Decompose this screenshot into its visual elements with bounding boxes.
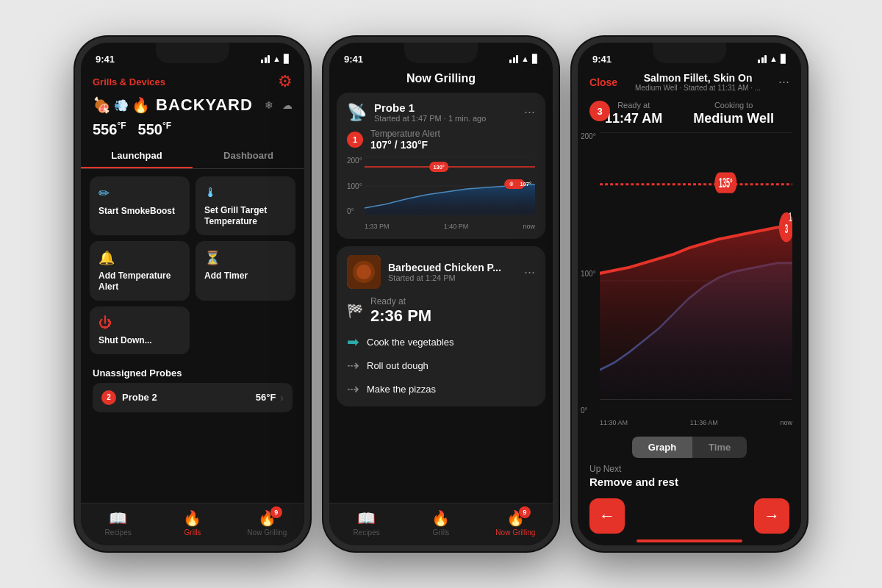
step-3-icon: ⇢	[347, 380, 359, 398]
recipe-name: Barbecued Chicken P...	[388, 262, 501, 273]
p3-header: Close Salmon Fillet, Skin On Medium Well…	[578, 69, 801, 96]
wifi-icon: ▲	[273, 54, 281, 63]
p2-content: 📡 Probe 1 Started at 1:47 PM · 1 min. ag…	[329, 93, 553, 503]
probe-1-info: Probe 1 Started at 1:47 PM · 1 min. ago	[374, 101, 486, 123]
unassigned-probes-section: Unassigned Probes 2 Probe 2 56°F ›	[81, 362, 304, 415]
add-temp-alert-button[interactable]: 🔔 Add Temperature Alert	[90, 241, 190, 301]
probe-temp-chart: 200° 100° 0°	[347, 157, 535, 230]
svg-text:130°: 130°	[433, 164, 444, 171]
set-grill-temp-button[interactable]: 🌡 Set Grill Target Temperature	[196, 176, 295, 235]
graph-toggle-button[interactable]: Graph	[632, 437, 692, 458]
device-icons: 🍖 💨 🔥	[93, 96, 150, 114]
tab-launchpad[interactable]: Launchpad	[81, 144, 193, 168]
probe-1-started: Started at 1:47 PM · 1 min. ago	[374, 114, 486, 123]
thermometer-icon: 🌡	[204, 185, 287, 201]
probe-more-button[interactable]: ···	[524, 104, 535, 120]
svg-text:3: 3	[785, 222, 788, 236]
battery-icon-3: ▊	[781, 54, 786, 64]
probe-1-card: 📡 Probe 1 Started at 1:47 PM · 1 min. ag…	[337, 93, 545, 239]
p3-ready-block: Ready at 11:47 AM	[605, 101, 662, 126]
big-chart-y-labels: 200° 100° 0°	[581, 132, 596, 415]
phone-2: 9:41 ▲ ▊ Now Grilling 📡	[323, 37, 559, 551]
phone-1-screen: 9:41 ▲ ▊ Grills & Devices ⚙ 🍖 💨 🔥	[81, 43, 304, 545]
next-nav-button[interactable]: →	[754, 498, 789, 534]
nowgrilling-badge-wrap-1: 🔥 9	[258, 509, 276, 527]
cooking-to-val: Medium Well	[693, 111, 774, 126]
status-bar-3: 9:41 ▲ ▊	[578, 43, 801, 69]
time-1: 9:41	[96, 54, 115, 65]
settings-gear-icon[interactable]: ⚙	[278, 72, 293, 91]
bottom-tab-recipes-1[interactable]: 📖 Recipes	[81, 509, 155, 537]
power-icon: ⏻	[98, 315, 181, 331]
signal-icon-2	[509, 55, 518, 63]
tabs-row: Launchpad Dashboard	[81, 144, 304, 169]
step-3: ⇢ Make the pizzas	[347, 380, 535, 398]
phone-2-screen: 9:41 ▲ ▊ Now Grilling 📡	[329, 43, 553, 545]
close-button[interactable]: Close	[589, 76, 617, 88]
alert-bell-icon: 🔔	[98, 250, 181, 266]
prev-nav-button[interactable]: ←	[589, 498, 625, 534]
grill-temp-2: 550°F	[138, 121, 172, 138]
signal-icon	[261, 55, 270, 63]
step-1: ➡ Cook the vegetables	[347, 333, 535, 351]
alert-badge: 1	[347, 132, 363, 148]
big-chart-x-labels: 11:30 AM 11:36 AM now	[600, 419, 792, 426]
grills-label-1: Grills	[184, 528, 201, 537]
nowgrilling-badge-2: 9	[519, 506, 531, 518]
home-indicator-3	[637, 539, 742, 542]
svg-text:135°: 135°	[719, 175, 733, 190]
svg-point-12	[356, 265, 371, 279]
step-2-text: Roll out dough	[367, 360, 429, 371]
launchpad-grid: ✏ Start SmokeBoost 🌡 Set Grill Target Te…	[81, 169, 304, 362]
probe-1-header: 📡 Probe 1 Started at 1:47 PM · 1 min. ag…	[347, 101, 535, 123]
p3-cook-block: Cooking to Medium Well	[693, 101, 774, 126]
svg-marker-17	[600, 227, 792, 399]
bottom-bar-2: 📖 Recipes 🔥 Grills 🔥 9 Now Grilling	[329, 503, 553, 545]
up-next-label: Up Next	[589, 464, 789, 474]
chart-area: 130° ① 107°	[365, 157, 535, 215]
add-timer-button[interactable]: ⏳ Add Timer	[196, 241, 295, 301]
bottom-tab-grills-2[interactable]: 🔥 Grills	[404, 509, 478, 537]
step-2-icon: ⇢	[347, 356, 359, 374]
chart-x-labels: 1:33 PM 1:40 PM now	[365, 223, 535, 230]
flag-icon: 🏁	[347, 303, 363, 319]
p3-ready-row: 3 Ready at 11:47 AM Cooking to Medium We…	[578, 96, 801, 132]
battery-icon: ▊	[284, 54, 290, 64]
grill-small-icon: 🍖	[93, 96, 111, 114]
grill-name: BACKYARD	[156, 96, 253, 115]
grills-devices-label: Grills & Devices	[93, 76, 165, 87]
ready-label: Ready at	[370, 296, 431, 306]
svg-marker-3	[365, 184, 535, 215]
recipe-image	[347, 255, 381, 289]
phone-1: 9:41 ▲ ▊ Grills & Devices ⚙ 🍖 💨 🔥	[75, 37, 310, 551]
shutdown-button[interactable]: ⏻ Shut Down...	[90, 306, 190, 354]
prev-arrow-icon: ←	[599, 506, 615, 526]
recipe-more-button[interactable]: ···	[524, 265, 535, 280]
nowgrilling-badge-wrap-2: 🔥 9	[506, 509, 525, 527]
up-next-section: Up Next Remove and rest	[578, 461, 801, 494]
device-row: 🍖 💨 🔥 BACKYARD ❄ ☁	[81, 96, 304, 121]
more-options-button[interactable]: ···	[778, 74, 789, 90]
cooking-to-label: Cooking to	[693, 101, 774, 110]
probe-2-row[interactable]: 2 Probe 2 56°F ›	[93, 383, 293, 412]
bottom-tab-nowgrilling-1[interactable]: 🔥 9 Now Grilling	[230, 509, 304, 537]
status-icons-2: ▲ ▊	[509, 54, 538, 64]
bottom-tab-nowgrilling-2[interactable]: 🔥 9 Now Grilling	[478, 509, 553, 537]
alert-temps: 107° / 130°F	[370, 139, 440, 151]
time-toggle-button[interactable]: Time	[692, 437, 747, 458]
grills-icon-2: 🔥	[431, 509, 450, 527]
step-1-text: Cook the vegetables	[367, 337, 454, 348]
fire-icon: 🔥	[132, 96, 150, 114]
nowgrilling-badge-1: 9	[270, 506, 282, 518]
time-3: 9:41	[592, 54, 612, 65]
tab-dashboard[interactable]: Dashboard	[193, 144, 304, 168]
salmon-subtitle: Medium Well · Started at 11:31 AM · ...	[635, 84, 761, 92]
recipe-card: Barbecued Chicken P... Started at 1:24 P…	[337, 246, 545, 406]
big-temp-chart: 200° 100° 0°	[578, 132, 801, 429]
start-smokeboost-button[interactable]: ✏ Start SmokeBoost	[90, 176, 190, 235]
signal-icon-3	[758, 55, 767, 63]
unassigned-probes-label: Unassigned Probes	[93, 368, 293, 379]
bottom-tab-grills-1[interactable]: 🔥 Grills	[155, 509, 229, 537]
bottom-tab-recipes-2[interactable]: 📖 Recipes	[329, 509, 404, 537]
smokeboost-icon: ✏	[98, 185, 181, 201]
